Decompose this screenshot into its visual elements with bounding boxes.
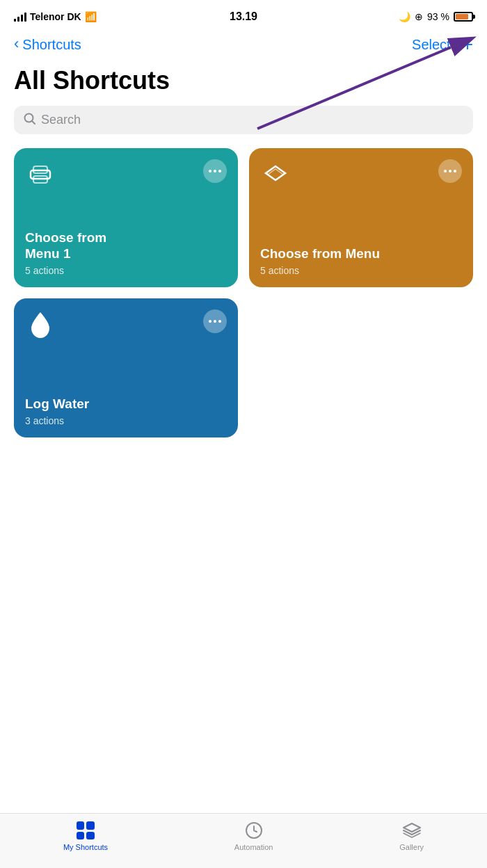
battery-icon <box>454 12 473 22</box>
search-placeholder: Search <box>41 113 81 127</box>
three-dots-icon-3 <box>209 320 221 323</box>
three-dots-icon-2 <box>444 170 456 172</box>
search-icon <box>24 113 35 127</box>
tab-gallery[interactable]: Gallery <box>399 821 424 851</box>
card-top-2 <box>260 159 462 190</box>
signal-bar-2 <box>17 17 19 22</box>
tab-label-automation: Automation <box>234 843 273 851</box>
card-menu-button-1[interactable] <box>203 159 227 183</box>
signal-bar-3 <box>21 15 23 22</box>
back-label: Shortcuts <box>22 37 81 53</box>
tab-label-my-shortcuts: My Shortcuts <box>63 843 108 851</box>
select-button[interactable]: Select <box>412 37 451 53</box>
battery-label: 93 % <box>427 11 449 22</box>
nav-bar: ‹ Shortcuts Select + <box>0 31 487 61</box>
wifi-icon: 📶 <box>85 11 97 22</box>
signal-bar-4 <box>24 13 26 22</box>
main-content: All Shortcuts Search <box>0 61 487 437</box>
card-subtitle-3: 3 actions <box>25 415 227 426</box>
shortcut-icon-2 <box>260 159 291 190</box>
svg-line-3 <box>32 121 35 124</box>
my-shortcuts-icon <box>76 821 95 840</box>
tab-bar: My Shortcuts Automation Gallery <box>0 813 487 868</box>
card-top-3 <box>25 310 227 340</box>
gallery-icon <box>402 821 422 840</box>
status-right: 🌙 ⊕ 93 % <box>399 11 473 22</box>
battery-fill <box>456 14 468 19</box>
add-shortcut-button[interactable]: + <box>462 35 473 54</box>
shortcuts-grid: Choose fromMenu 1 5 actions <box>14 148 473 437</box>
three-dots-icon-1 <box>209 170 221 172</box>
card-menu-button-2[interactable] <box>438 159 462 183</box>
shortcut-icon-3 <box>25 310 56 340</box>
tab-my-shortcuts[interactable]: My Shortcuts <box>63 821 108 851</box>
automation-icon <box>244 821 264 840</box>
back-button[interactable]: ‹ Shortcuts <box>14 36 81 53</box>
card-menu-button-3[interactable] <box>203 310 227 333</box>
status-time: 13.19 <box>230 10 257 23</box>
signal-bar-1 <box>14 19 16 22</box>
shortcut-card-1[interactable]: Choose fromMenu 1 5 actions <box>14 148 238 287</box>
page-title: All Shortcuts <box>14 67 473 95</box>
carrier-label: Telenor DK <box>30 11 81 22</box>
card-subtitle-2: 5 actions <box>260 265 462 276</box>
status-left: Telenor DK 📶 <box>14 11 97 22</box>
card-bottom-1: Choose fromMenu 1 5 actions <box>25 230 227 276</box>
card-bottom-2: Choose from Menu 5 actions <box>260 246 462 276</box>
card-title-3: Log Water <box>25 396 227 412</box>
signal-bars <box>14 12 26 22</box>
card-subtitle-1: 5 actions <box>25 265 227 276</box>
search-bar[interactable]: Search <box>14 106 473 134</box>
location-icon: ⊕ <box>415 11 423 22</box>
tab-automation[interactable]: Automation <box>234 821 273 851</box>
shortcut-icon-1 <box>25 159 56 190</box>
card-bottom-3: Log Water 3 actions <box>25 396 227 426</box>
status-bar: Telenor DK 📶 13.19 🌙 ⊕ 93 % <box>0 0 487 31</box>
nav-right-actions: Select + <box>412 35 473 54</box>
moon-icon: 🌙 <box>399 11 410 22</box>
tab-label-gallery: Gallery <box>399 843 424 851</box>
card-title-1: Choose fromMenu 1 <box>25 230 227 262</box>
card-top-1 <box>25 159 227 190</box>
card-title-2: Choose from Menu <box>260 246 462 262</box>
back-chevron-icon: ‹ <box>14 35 19 53</box>
shortcut-card-3[interactable]: Log Water 3 actions <box>14 298 238 437</box>
shortcut-card-2[interactable]: Choose from Menu 5 actions <box>249 148 473 287</box>
